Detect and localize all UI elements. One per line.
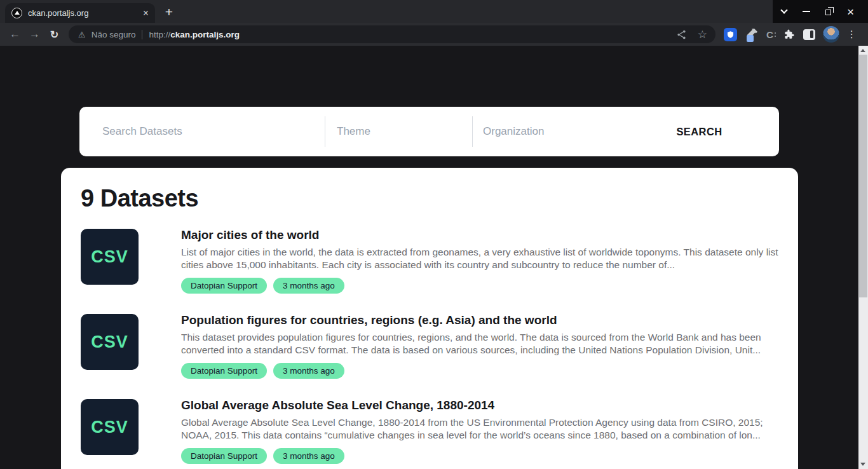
extensions-area: C ⋮ (724, 26, 859, 43)
browser-tab[interactable]: ckan.portaljs.org × (5, 3, 155, 23)
not-secure-warning-icon: ⚠ (78, 30, 86, 39)
theme-input[interactable] (325, 107, 472, 156)
dataset-description: This dataset provides population figures… (181, 331, 779, 357)
org-badge[interactable]: Datopian Support (181, 363, 267, 379)
new-tab-icon[interactable]: + (160, 3, 178, 21)
page-viewport: SEARCH 9 Datasets CSV Major cities of th… (0, 46, 868, 469)
color-swatch (747, 35, 754, 42)
csv-format-tile[interactable]: CSV (81, 314, 139, 370)
back-icon[interactable]: ← (5, 28, 25, 41)
reload-icon[interactable]: ↻ (44, 29, 64, 41)
dataset-item: CSV Global Average Absolute Sea Level Ch… (81, 399, 779, 464)
updated-badge[interactable]: 3 months ago (273, 363, 344, 379)
search-button[interactable]: SEARCH (620, 107, 779, 156)
omnibox-divider (142, 30, 142, 39)
bitwarden-extension-icon[interactable] (724, 28, 737, 41)
bookmark-star-icon[interactable]: ☆ (698, 29, 707, 40)
url-scheme: http:// (149, 30, 170, 39)
profile-avatar[interactable] (823, 26, 839, 43)
tab-strip: ckan.portaljs.org × + × (0, 0, 868, 23)
datasets-count-heading: 9 Datasets (81, 184, 779, 212)
share-icon[interactable] (676, 29, 687, 40)
security-label[interactable]: Não seguro (92, 30, 136, 39)
datasets-card: 9 Datasets CSV Major cities of the world… (61, 168, 798, 469)
dataset-title[interactable]: Major cities of the world (181, 228, 779, 242)
dataset-title[interactable]: Global Average Absolute Sea Level Change… (181, 398, 779, 412)
color-picker-extension-icon[interactable] (745, 27, 759, 41)
site-favicon-icon (11, 8, 22, 18)
extensions-puzzle-icon[interactable] (783, 29, 796, 41)
browser-toolbar: ← → ↻ ⚠ Não seguro http:// ckan.portaljs… (0, 23, 868, 46)
address-bar[interactable]: ⚠ Não seguro http:// ckan.portaljs.org ☆ (69, 25, 715, 43)
url-host[interactable]: ckan.portaljs.org (170, 30, 240, 39)
forward-icon[interactable]: → (25, 28, 44, 41)
scrollbar-up-arrow-icon[interactable] (860, 49, 865, 52)
dataset-search-bar: SEARCH (79, 107, 779, 156)
dataset-description: List of major cities in the world, the d… (181, 246, 779, 271)
dataset-description: Global Average Absolute Sea Level Change… (181, 416, 779, 442)
organization-input[interactable] (473, 107, 620, 156)
window-restore-icon[interactable] (817, 0, 839, 23)
updated-badge[interactable]: 3 months ago (273, 278, 344, 294)
org-badge[interactable]: Datopian Support (181, 278, 267, 294)
csv-format-tile[interactable]: CSV (81, 399, 139, 455)
colorzilla-letter: C (766, 29, 773, 40)
colorzilla-extension-icon[interactable]: C (766, 29, 776, 40)
scrollbar-thumb[interactable] (859, 55, 867, 297)
scrollbar-down-arrow-icon[interactable] (860, 463, 865, 466)
updated-badge[interactable]: 3 months ago (273, 448, 344, 464)
search-datasets-input[interactable] (79, 107, 325, 156)
dataset-item: CSV Population figures for countries, re… (81, 314, 779, 379)
dataset-title[interactable]: Population figures for countries, region… (181, 313, 779, 327)
dataset-item: CSV Major cities of the world List of ma… (81, 229, 779, 294)
tab-title: ckan.portaljs.org (28, 8, 139, 18)
window-menu-chevron-icon[interactable] (773, 0, 795, 23)
window-minimize-icon[interactable] (795, 0, 817, 23)
tab-close-icon[interactable]: × (143, 8, 149, 18)
csv-format-tile[interactable]: CSV (81, 229, 139, 285)
window-close-icon[interactable]: × (839, 0, 862, 23)
side-panel-icon[interactable] (803, 29, 815, 40)
page-scrollbar[interactable] (858, 46, 868, 469)
window-controls: × (773, 0, 868, 23)
org-badge[interactable]: Datopian Support (181, 448, 267, 464)
browser-menu-kebab-icon[interactable]: ⋮ (847, 29, 857, 40)
